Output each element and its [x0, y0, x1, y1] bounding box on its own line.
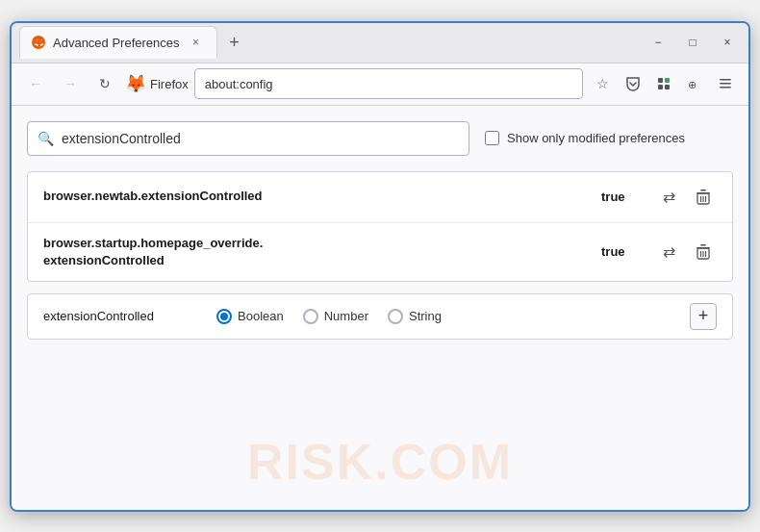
search-input[interactable]: [62, 131, 459, 146]
trash-icon-2: [696, 243, 711, 261]
url-text: about:config: [205, 77, 273, 91]
show-modified-checkbox[interactable]: [485, 131, 499, 145]
reset-icon-2: ⇄: [663, 242, 675, 261]
pref-name-2: browser.startup.homepage_override. exten…: [43, 235, 601, 269]
svg-rect-7: [720, 87, 731, 89]
show-modified-label[interactable]: Show only modified preferences: [485, 131, 685, 145]
radio-string-circle: [388, 309, 403, 324]
maximize-button[interactable]: □: [679, 33, 706, 52]
svg-text:⊕: ⊕: [688, 79, 697, 90]
browser-window: 🦊 Advanced Preferences × + − □ × ← → ↻ 🦊…: [10, 21, 750, 512]
firefox-label: Firefox: [150, 77, 189, 91]
tab-bar: 🦊 Advanced Preferences × +: [19, 26, 633, 59]
active-tab[interactable]: 🦊 Advanced Preferences ×: [19, 26, 217, 59]
watermark: RISK.COM: [247, 433, 513, 491]
pref-value-2: true: [601, 244, 640, 259]
window-controls: − □ ×: [645, 33, 741, 52]
svg-rect-5: [720, 79, 731, 81]
radio-boolean[interactable]: Boolean: [216, 309, 284, 324]
address-bar[interactable]: about:config: [194, 68, 583, 99]
search-container: 🔍: [27, 121, 469, 156]
pocket-icon[interactable]: [620, 70, 646, 97]
show-modified-text: Show only modified preferences: [507, 131, 685, 145]
new-tab-button[interactable]: +: [221, 29, 248, 56]
reset-button-1[interactable]: ⇄: [655, 184, 682, 211]
forward-button[interactable]: →: [56, 69, 85, 98]
svg-rect-6: [720, 83, 731, 85]
translate-icon[interactable]: ⊕: [681, 70, 708, 97]
tab-favicon: 🦊: [32, 36, 45, 49]
menu-icon[interactable]: [712, 70, 739, 97]
radio-number[interactable]: Number: [303, 309, 368, 324]
radio-string-label: String: [409, 309, 442, 323]
reload-button[interactable]: ↻: [90, 69, 119, 98]
results-table: browser.newtab.extensionControlled true …: [27, 171, 733, 282]
radio-number-circle: [303, 309, 318, 324]
table-row: browser.startup.homepage_override. exten…: [28, 223, 732, 281]
search-bar: 🔍 Show only modified preferences: [27, 121, 733, 156]
svg-rect-0: [658, 78, 663, 83]
trash-icon-1: [696, 189, 711, 206]
content-area: RISK.COM 🔍 Show only modified preference…: [12, 106, 748, 510]
radio-boolean-circle: [216, 309, 232, 324]
svg-rect-9: [700, 190, 706, 191]
add-pref-button[interactable]: +: [690, 303, 717, 330]
nav-bar: ← → ↻ 🦊 Firefox about:config ☆ ⊕: [12, 63, 748, 106]
firefox-brand: 🦊 Firefox: [125, 73, 189, 94]
new-pref-name: extensionControlled: [43, 309, 197, 323]
add-pref-row: extensionControlled Boolean Number Strin…: [27, 293, 733, 340]
title-bar: 🦊 Advanced Preferences × + − □ ×: [12, 23, 748, 63]
minimize-button[interactable]: −: [645, 33, 671, 52]
reset-icon-1: ⇄: [663, 188, 675, 206]
type-radio-group: Boolean Number String: [216, 309, 442, 324]
pref-value-1: true: [601, 190, 640, 204]
radio-string[interactable]: String: [388, 309, 442, 324]
svg-rect-3: [665, 85, 670, 89]
extension-icon[interactable]: [650, 70, 677, 97]
bookmark-icon[interactable]: ☆: [589, 70, 616, 97]
search-icon: 🔍: [38, 131, 54, 146]
pref-name-1: browser.newtab.extensionControlled: [43, 188, 601, 205]
svg-rect-15: [700, 244, 706, 246]
delete-button-1[interactable]: [690, 184, 717, 211]
radio-boolean-label: Boolean: [238, 309, 284, 323]
svg-rect-2: [658, 85, 663, 89]
table-row: browser.newtab.extensionControlled true …: [28, 172, 732, 223]
reset-button-2[interactable]: ⇄: [655, 239, 682, 266]
action-icons-2: ⇄: [655, 239, 717, 266]
back-button[interactable]: ←: [21, 69, 50, 98]
radio-number-label: Number: [324, 309, 368, 323]
tab-title: Advanced Preferences: [53, 36, 180, 50]
window-close-button[interactable]: ×: [714, 33, 741, 52]
nav-icons: ☆ ⊕: [589, 70, 739, 97]
svg-rect-1: [665, 78, 670, 83]
action-icons-1: ⇄: [655, 184, 717, 211]
tab-close-button[interactable]: ×: [188, 34, 205, 51]
delete-button-2[interactable]: [690, 239, 717, 266]
